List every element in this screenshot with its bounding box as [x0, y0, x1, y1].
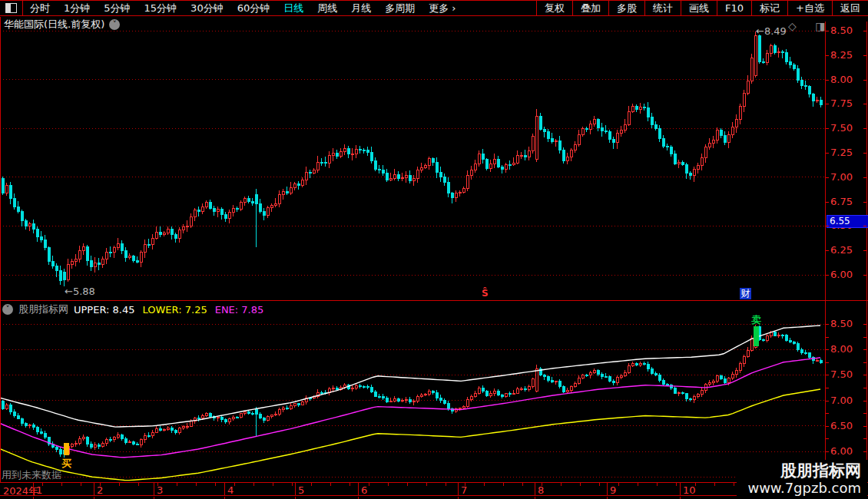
buy-marker-candle [64, 443, 69, 455]
axis-tick [863, 202, 866, 203]
axis-tick [826, 31, 829, 31]
dividend-marker[interactable]: Ŝ [482, 288, 489, 299]
week-tick [138, 483, 139, 486]
panel-axis-tick-label: 7.00 [830, 395, 864, 406]
month-label: 6 [361, 484, 367, 496]
current-price-badge: 6.55 [827, 215, 868, 228]
finance-marker[interactable]: 财 [740, 288, 751, 299]
week-tick [522, 483, 523, 486]
indicator-chart [0, 315, 825, 482]
axis-tick [863, 275, 866, 276]
layout-toggle-button[interactable] [0, 1, 23, 15]
week-tick [234, 483, 235, 486]
axis-tick [863, 55, 866, 56]
menu-item-period[interactable]: 5分钟 [97, 1, 137, 15]
menu-item-tool[interactable]: F10 [717, 1, 751, 15]
menu-item-tool[interactable]: 画线 [681, 1, 717, 15]
week-tick [273, 483, 273, 486]
watermark-url: www.7gpzb.com [747, 480, 861, 496]
month-separator [224, 483, 225, 495]
week-tick [100, 483, 101, 486]
axis-tick [863, 413, 866, 414]
menu-item-tool[interactable]: 返回 [832, 1, 868, 15]
week-tick [119, 483, 120, 486]
main-axis-tick-label: 6.25 [830, 244, 864, 256]
buy-marker-label: 买 [61, 457, 71, 471]
week-tick [714, 483, 715, 486]
axis-tick [863, 426, 866, 427]
axis-tick [826, 413, 829, 414]
left-border [0, 17, 1, 496]
month-label: 9 [610, 484, 616, 496]
menu-item-tool[interactable]: 标记 [751, 1, 787, 15]
menu-item-period[interactable]: 更多 › [422, 1, 462, 15]
panel-axis-tick-label: 6.50 [830, 420, 864, 431]
main-axis-tick-label: 6.75 [830, 196, 864, 207]
menu-item-tool[interactable]: 统计 [644, 1, 681, 15]
axis-tick [826, 80, 829, 81]
menu-item-period[interactable]: 多周期 [378, 1, 422, 15]
panel-axis-tick-label: 8.00 [830, 343, 864, 355]
main-axis-tick-label: 8.50 [830, 25, 864, 36]
upper-band-line [0, 326, 820, 427]
axis-border-left [825, 21, 826, 496]
menu-item-period[interactable]: 60分钟 [230, 1, 277, 15]
panel-axis-tick-label: 6.00 [830, 445, 864, 457]
menu-item-period[interactable]: 30分钟 [184, 1, 230, 15]
week-tick [157, 483, 158, 486]
month-label: 2 [97, 484, 103, 496]
month-label: 4 [227, 484, 234, 496]
menu-item-period[interactable]: 周线 [310, 1, 344, 15]
indicator-source-label: 股朋指标网 [18, 302, 68, 316]
axis-tick [826, 202, 829, 203]
menu-item-tool[interactable]: 复权 [536, 1, 572, 15]
axis-border-right [866, 21, 867, 496]
axis-tick [826, 128, 829, 129]
axis-tick [826, 426, 829, 427]
week-tick [253, 483, 254, 486]
month-separator [535, 483, 535, 495]
axis-tick [826, 362, 829, 363]
month-separator [295, 483, 296, 495]
menu-item-period[interactable]: 月线 [344, 1, 378, 15]
week-tick [61, 483, 62, 486]
panel-axis-tick-label: 8.50 [830, 318, 864, 329]
menu-item-tool[interactable]: +自选 [787, 1, 832, 15]
axis-tick [863, 128, 866, 129]
menubar-right: 复权叠加多股统计画线F10标记+自选返回 [536, 1, 868, 15]
axis-tick [826, 375, 829, 375]
trading-app-window: 分时1分钟5分钟15分钟30分钟60分钟日线周线月线多周期更多 › 复权叠加多股… [0, 0, 868, 499]
month-label: 7 [461, 484, 467, 496]
axis-tick [826, 324, 829, 325]
week-tick [330, 483, 331, 486]
menu-item-period[interactable]: 1分钟 [57, 1, 97, 15]
axis-tick [863, 31, 866, 31]
collapse-panel-icon[interactable]: ˅ [2, 304, 13, 315]
main-axis-tick-label: 7.75 [830, 97, 864, 109]
week-tick [695, 483, 696, 486]
menu-item-tool[interactable]: 叠加 [572, 1, 608, 15]
menu-item-period[interactable]: 日线 [277, 1, 310, 15]
menu-item-tool[interactable]: 多股 [608, 1, 644, 15]
month-separator [94, 483, 94, 495]
axis-tick [863, 104, 866, 104]
sell-marker-candle [754, 326, 759, 347]
menu-item-period[interactable]: 分时 [23, 1, 57, 15]
week-tick [81, 483, 81, 486]
watermark-site-name: 股朋指标网 [747, 461, 861, 480]
panel-axis-tick-label: 7.50 [830, 368, 864, 380]
indicator-values: UPPER: 8.45LOWER: 7.25ENE: 7.85 [74, 302, 271, 316]
menubar-left: 分时1分钟5分钟15分钟30分钟60分钟日线周线月线多周期更多 › [23, 1, 463, 15]
price-annotation: ←8.49 [756, 25, 787, 37]
axis-tick [826, 250, 829, 251]
week-tick [657, 483, 658, 486]
indicator-value: LOWER: 7.25 [143, 304, 207, 316]
main-axis-tick-label: 6.00 [830, 269, 864, 280]
axis-tick [826, 388, 829, 388]
menu-item-period[interactable]: 15分钟 [137, 1, 184, 15]
month-separator [33, 483, 34, 495]
axis-tick [863, 153, 866, 154]
indicator-value: UPPER: 8.45 [74, 304, 135, 316]
month-separator [458, 483, 459, 495]
axis-tick [863, 375, 866, 375]
